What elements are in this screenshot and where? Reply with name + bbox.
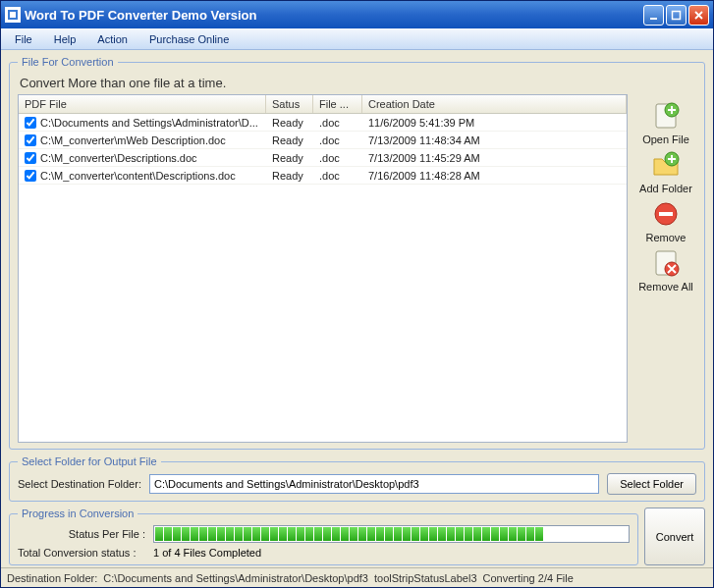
output-group-legend: Select Folder for Output File	[18, 455, 161, 467]
progress-bar	[153, 525, 630, 543]
file-table[interactable]: PDF File Satus File ... Creation Date C:…	[18, 94, 628, 443]
remove-icon	[650, 198, 682, 230]
file-group-legend: File For Convertion	[18, 56, 118, 68]
row-type: .doc	[313, 116, 362, 130]
titlebar[interactable]: Word To PDF Converter Demo Version	[1, 1, 713, 28]
row-file: C:\M_converter\mWeb Description.doc	[40, 134, 226, 146]
side-actions: Open File Add Folder Remove Remove All	[635, 94, 696, 443]
svg-rect-3	[673, 11, 681, 19]
row-checkbox[interactable]	[25, 152, 36, 164]
status-strip: toolStripStatusLabel3	[374, 572, 477, 584]
remove-all-icon	[650, 247, 682, 279]
row-file: C:\M_converter\content\Descriptions.doc	[40, 170, 236, 182]
row-type: .doc	[313, 134, 362, 147]
progress-group: Progress in Conversion Status Per File :…	[9, 508, 638, 565]
table-body: C:\Documents and Settings\Administrator\…	[19, 114, 627, 185]
destination-label: Select Destination Folder:	[18, 478, 141, 490]
status-dest-label: Destination Folder:	[7, 572, 97, 584]
row-type: .doc	[313, 151, 362, 165]
minimize-button[interactable]	[643, 5, 664, 26]
svg-rect-8	[659, 212, 673, 216]
open-file-button[interactable]: Open File	[642, 100, 689, 145]
remove-all-label: Remove All	[638, 281, 693, 293]
svg-rect-2	[650, 18, 657, 20]
open-file-label: Open File	[642, 134, 689, 145]
row-created: 7/16/2009 11:48:28 AM	[362, 169, 627, 183]
row-checkbox[interactable]	[25, 170, 36, 182]
convert-label: Convert	[656, 531, 694, 543]
row-status: Ready	[266, 169, 313, 183]
progress-group-legend: Progress in Conversion	[18, 508, 137, 519]
svg-rect-1	[10, 12, 16, 18]
col-type[interactable]: File ...	[313, 95, 362, 113]
menu-purchase[interactable]: Purchase Online	[139, 30, 239, 48]
status-per-file-label: Status Per File :	[18, 528, 145, 540]
remove-all-button[interactable]: Remove All	[638, 247, 693, 293]
add-folder-label: Add Folder	[639, 183, 692, 194]
app-window: Word To PDF Converter Demo Version File …	[0, 0, 714, 588]
menu-file[interactable]: File	[5, 30, 42, 48]
table-row[interactable]: C:\Documents and Settings\Administrator\…	[19, 114, 627, 132]
row-file: C:\M_converter\Descriptions.doc	[40, 152, 197, 164]
file-group-subtitle: Convert More than one file at a time.	[20, 76, 696, 90]
col-file[interactable]: PDF File	[19, 95, 266, 113]
row-created: 7/13/2009 11:48:34 AM	[362, 134, 627, 147]
total-status-label: Total Conversion status :	[18, 547, 145, 559]
window-title: Word To PDF Converter Demo Version	[25, 8, 643, 23]
row-file: C:\Documents and Settings\Administrator\…	[40, 117, 258, 129]
destination-input[interactable]	[149, 474, 599, 494]
total-status-value: 1 of 4 Files Completed	[153, 547, 261, 559]
close-button[interactable]	[688, 5, 709, 26]
maximize-button[interactable]	[666, 5, 687, 26]
add-folder-icon	[650, 149, 682, 181]
row-checkbox[interactable]	[25, 134, 36, 146]
row-status: Ready	[266, 116, 313, 130]
convert-button[interactable]: Convert	[644, 508, 705, 565]
row-status: Ready	[266, 151, 313, 165]
row-type: .doc	[313, 169, 362, 183]
col-status[interactable]: Satus	[266, 95, 313, 113]
remove-label: Remove	[646, 232, 687, 243]
table-header: PDF File Satus File ... Creation Date	[19, 95, 627, 114]
select-folder-button[interactable]: Select Folder	[607, 473, 696, 495]
row-checkbox[interactable]	[25, 117, 36, 129]
table-row[interactable]: C:\M_converter\mWeb Description.docReady…	[19, 132, 627, 149]
app-icon	[5, 7, 21, 23]
table-row[interactable]: C:\M_converter\content\Descriptions.docR…	[19, 167, 627, 185]
table-row[interactable]: C:\M_converter\Descriptions.docReady.doc…	[19, 149, 627, 167]
status-dest-value: C:\Documents and Settings\Administrator\…	[103, 572, 368, 584]
row-created: 7/13/2009 11:45:29 AM	[362, 151, 627, 165]
remove-button[interactable]: Remove	[646, 198, 687, 243]
window-controls	[643, 5, 709, 26]
row-created: 11/6/2009 5:41:39 PM	[362, 116, 627, 130]
status-converting: Converting 2/4 File	[483, 572, 574, 584]
menu-help[interactable]: Help	[44, 30, 86, 48]
output-folder-group: Select Folder for Output File Select Des…	[9, 455, 705, 502]
menu-action[interactable]: Action	[87, 30, 137, 48]
client-area: File For Convertion Convert More than on…	[1, 50, 713, 567]
menubar: File Help Action Purchase Online	[1, 28, 713, 50]
add-folder-button[interactable]: Add Folder	[639, 149, 692, 194]
open-file-icon	[650, 100, 682, 132]
statusbar: Destination Folder: C:\Documents and Set…	[1, 567, 713, 587]
file-conversion-group: File For Convertion Convert More than on…	[9, 56, 705, 450]
row-status: Ready	[266, 134, 313, 147]
col-created[interactable]: Creation Date	[362, 95, 627, 113]
